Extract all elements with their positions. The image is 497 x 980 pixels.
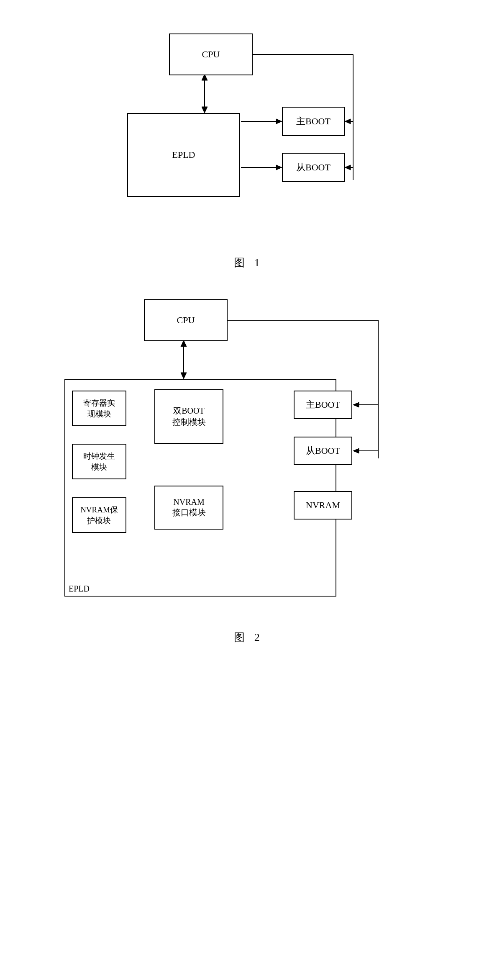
cpu-box: CPU	[169, 33, 253, 75]
svg-marker-1	[202, 107, 208, 113]
epld-box: EPLD	[127, 113, 240, 197]
dual-boot-box: 双BOOT 控制模块	[154, 389, 223, 444]
diagram2: CPU EPLD 寄存器实 现模块 时钟发生 模块 NVRAM保 护模块 双BO…	[60, 295, 437, 622]
page: CPU EPLD 主BOOT 从BOOT 图 1	[0, 0, 497, 657]
slave-boot-box: 从BOOT	[282, 153, 345, 182]
nvram-protect-box: NVRAM保 护模块	[72, 497, 126, 533]
nvram-box: NVRAM	[294, 491, 352, 520]
svg-marker-39	[353, 402, 359, 407]
fig2-label: 图 2	[25, 630, 472, 645]
svg-marker-41	[353, 448, 359, 453]
clock-module-box: 时钟发生 模块	[72, 444, 126, 479]
register-module-box: 寄存器实 现模块	[72, 391, 126, 426]
svg-marker-12	[345, 165, 351, 170]
svg-marker-10	[345, 119, 351, 124]
cpu-box-2: CPU	[144, 299, 228, 341]
svg-marker-14	[181, 373, 187, 379]
svg-marker-15	[181, 340, 187, 347]
fig1-label: 图 1	[25, 255, 472, 270]
nvram-interface-box: NVRAM 接口模块	[154, 486, 223, 530]
svg-marker-6	[276, 165, 282, 170]
diagram1: CPU EPLD 主BOOT 从BOOT	[102, 29, 395, 247]
main-boot-box: 主BOOT	[282, 107, 345, 136]
svg-marker-4	[276, 119, 282, 124]
main-boot-box-2: 主BOOT	[294, 391, 352, 419]
slave-boot-box-2: 从BOOT	[294, 437, 352, 465]
